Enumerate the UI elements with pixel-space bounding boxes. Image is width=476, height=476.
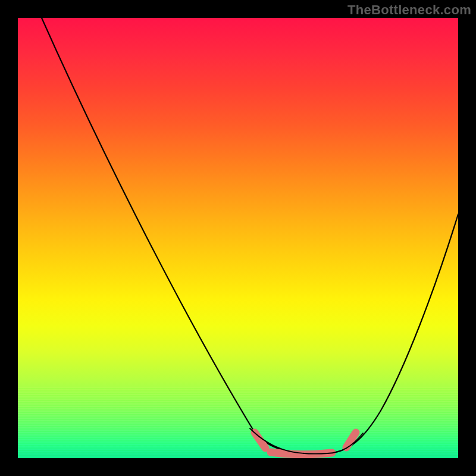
highlight-left-tick bbox=[255, 433, 265, 448]
bottom-banding bbox=[18, 387, 458, 458]
plot-area bbox=[18, 18, 458, 458]
chart-frame: TheBottleneck.com bbox=[0, 0, 476, 476]
bottleneck-curve-over-highlight bbox=[250, 428, 363, 454]
watermark-text: TheBottleneck.com bbox=[347, 2, 471, 18]
bottleneck-curve bbox=[42, 18, 458, 454]
curve-layer bbox=[18, 18, 458, 458]
highlight-right-tick bbox=[346, 433, 356, 447]
highlight-flat bbox=[271, 452, 332, 455]
